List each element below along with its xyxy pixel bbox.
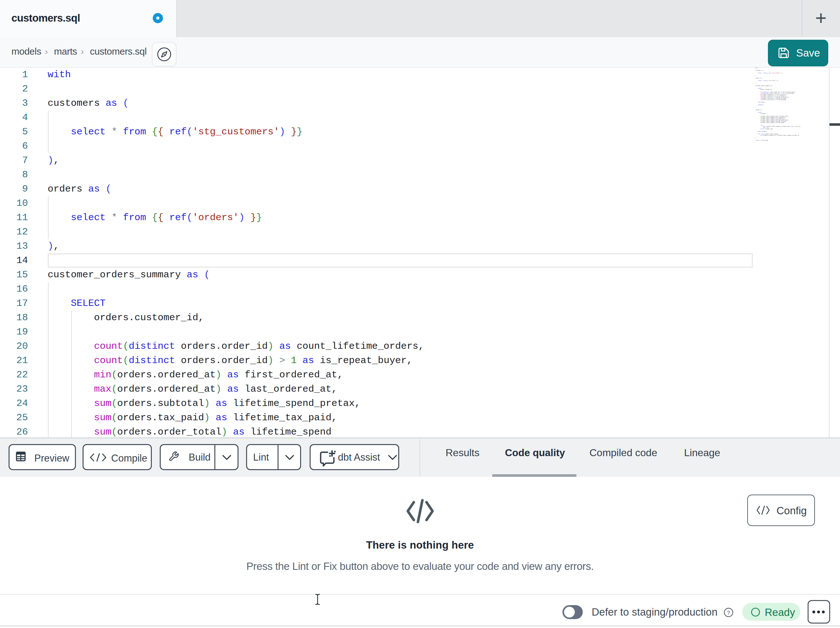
- svg-text:?: ?: [727, 610, 730, 616]
